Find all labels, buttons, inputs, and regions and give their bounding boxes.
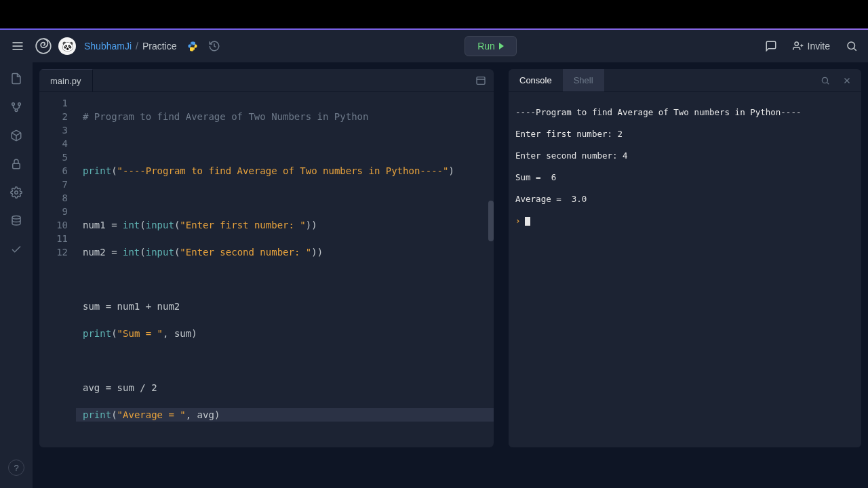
chat-icon[interactable] (762, 37, 781, 56)
svg-line-8 (854, 48, 856, 50)
invite-label: Invite (808, 41, 830, 52)
console-line: Enter second number: 4 (515, 150, 854, 161)
check-icon[interactable] (8, 241, 24, 258)
tab-console[interactable]: Console (509, 69, 563, 92)
panel-splitter[interactable] (499, 69, 503, 447)
svg-point-14 (15, 191, 18, 195)
app-root: 🐼 ShubhamJi / Practice Run Invite (0, 0, 868, 488)
svg-point-10 (18, 103, 21, 106)
letterbox-top (0, 0, 868, 28)
invite-button[interactable]: Invite (789, 38, 834, 54)
code-editor[interactable]: 1 2 3 4 5 6 7 8 9 10 11 12 # Program to … (39, 92, 494, 447)
history-icon[interactable] (208, 40, 220, 52)
workspace: main.py 1 2 3 4 5 6 7 8 9 (33, 62, 868, 488)
svg-point-4 (795, 42, 798, 45)
run-label: Run (477, 41, 495, 52)
console-prompt[interactable]: › (515, 216, 854, 226)
svg-point-11 (15, 109, 18, 112)
breadcrumb: ShubhamJi / Practice (84, 41, 177, 52)
main-area: ? main.py 1 2 3 4 5 6 (0, 62, 868, 488)
packages-icon[interactable] (8, 127, 24, 144)
svg-point-9 (12, 103, 15, 106)
sidebar: ? (0, 62, 33, 488)
console-output[interactable]: ----Program to find Average of Two numbe… (509, 92, 861, 447)
console-panel: Console Shell ----Program to find Averag… (509, 69, 861, 447)
line-gutter: 1 2 3 4 5 6 7 8 9 10 11 12 (39, 92, 76, 447)
database-icon[interactable] (8, 213, 24, 229)
header-center: Run (226, 36, 756, 56)
header-bar: 🐼 ShubhamJi / Practice Run Invite (0, 30, 868, 62)
svg-point-7 (848, 42, 855, 49)
files-icon[interactable] (8, 70, 24, 87)
svg-point-3 (36, 39, 51, 54)
header-right: Invite (762, 37, 861, 56)
console-close-icon[interactable] (840, 73, 854, 88)
replit-logo-icon[interactable] (34, 37, 53, 56)
svg-rect-16 (477, 77, 485, 84)
secrets-icon[interactable] (8, 156, 24, 172)
python-icon (186, 40, 199, 52)
cursor-icon (525, 217, 530, 226)
console-line: Sum = 6 (515, 172, 854, 183)
version-control-icon[interactable] (8, 99, 24, 115)
console-line: ----Program to find Average of Two numbe… (515, 107, 854, 118)
run-button[interactable]: Run (465, 36, 517, 56)
editor-tabs: main.py (39, 69, 494, 92)
avatar[interactable]: 🐼 (58, 37, 76, 55)
console-line: Enter first number: 2 (515, 129, 854, 140)
layout-icon[interactable] (473, 73, 488, 88)
svg-point-15 (12, 216, 20, 220)
search-icon[interactable] (842, 37, 861, 56)
play-icon (499, 43, 504, 49)
svg-rect-13 (13, 163, 20, 169)
settings-icon[interactable] (8, 184, 24, 201)
console-search-icon[interactable] (818, 73, 833, 88)
help-button[interactable]: ? (8, 460, 24, 476)
breadcrumb-separator: / (136, 41, 138, 52)
console-line: Average = 3.0 (515, 194, 854, 205)
svg-line-19 (827, 82, 829, 84)
breadcrumb-user[interactable]: ShubhamJi (84, 41, 132, 52)
console-tabs: Console Shell (509, 69, 861, 92)
svg-point-18 (822, 77, 827, 83)
breadcrumb-project[interactable]: Practice (142, 41, 177, 52)
code-content[interactable]: # Program to find Average of Two Numbers… (76, 92, 494, 447)
editor-panel: main.py 1 2 3 4 5 6 7 8 9 (39, 69, 494, 447)
menu-icon[interactable] (7, 35, 28, 57)
tab-main-py[interactable]: main.py (39, 69, 93, 92)
scrollbar-thumb[interactable] (488, 201, 494, 241)
avatar-emoji: 🐼 (62, 41, 73, 52)
tab-shell[interactable]: Shell (563, 69, 604, 92)
